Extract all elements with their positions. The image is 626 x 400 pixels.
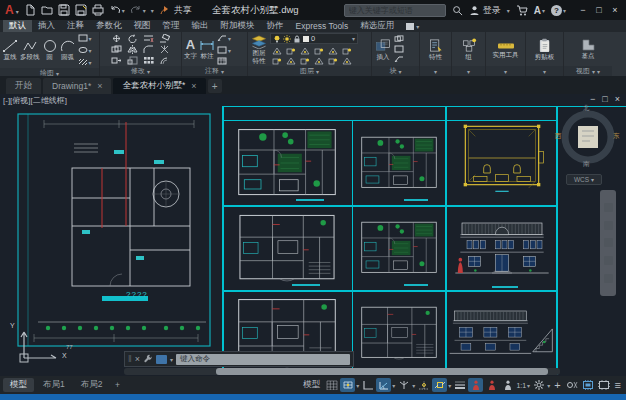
layer-tool-button[interactable] [328,47,338,55]
signin-button[interactable]: 登录 [469,4,501,17]
arc-button[interactable]: 圆弧 [60,39,76,61]
app-store-button[interactable] [516,4,528,16]
table-button[interactable] [217,57,231,65]
wcs-selector[interactable]: WCS [566,174,602,185]
customization-plus-button[interactable]: + [551,379,563,391]
annotation-scale-button[interactable] [500,378,515,392]
measure-button[interactable]: 实用工具 [493,40,519,59]
search-icon[interactable] [452,5,463,16]
create-block-button[interactable] [394,35,404,43]
panel-label-groups[interactable] [452,66,485,76]
tab-start[interactable]: 开始 [6,78,41,94]
panel-label-block[interactable]: 块 [372,66,419,76]
drag-handle[interactable]: ‖ [128,354,132,364]
open-button[interactable] [41,4,53,16]
panel-label-modify[interactable]: 修改 [100,66,181,76]
layer-tool-button[interactable] [300,57,310,65]
isolate-objects-button[interactable] [565,378,580,392]
snap-mode-button[interactable] [340,378,355,392]
ribbon-tab-parametric[interactable]: 参数化 [90,20,128,32]
horizontal-scrollbar[interactable] [124,368,560,375]
trim-button[interactable] [143,34,154,43]
new-layout-button[interactable]: + [111,380,123,390]
line-button[interactable]: 直线 [2,39,18,61]
ribbon-tab-featured-apps[interactable]: 精选应用 [354,20,400,32]
ribbon-tab-manage[interactable]: 管理 [157,20,186,32]
circle-button[interactable]: 圆 [42,39,58,61]
layer-tool-button[interactable] [314,47,324,55]
isometric-drafting-button[interactable] [396,378,411,392]
layer-tool-button[interactable] [314,57,324,65]
nav-orbit-icon[interactable] [604,256,613,265]
layer-tool-button[interactable] [272,57,282,65]
minimize-button[interactable]: − [576,5,590,15]
doc-restore-button[interactable]: □ [602,94,607,104]
close-button[interactable]: × [608,5,622,15]
move-button[interactable] [111,34,122,43]
fillet-button[interactable] [143,45,154,54]
command-history-icon[interactable] [156,355,167,364]
panel-label-properties[interactable] [420,66,451,76]
annotation-scale-value[interactable]: 1:1 [516,382,526,389]
viewcube[interactable]: 北 南 西 东 [559,107,617,167]
navigation-bar[interactable] [600,190,616,296]
plot-button[interactable] [92,4,104,16]
polar-tracking-button[interactable] [376,378,391,392]
graphics-performance-button[interactable] [581,378,596,392]
copy-button[interactable] [111,45,122,54]
dimension-button[interactable]: 标注 [199,38,215,60]
chevron-down-icon[interactable] [527,380,530,390]
help-button[interactable]: ? [551,5,566,16]
viewport-controls[interactable]: [-][俯视][二维线框] [3,95,67,106]
close-icon[interactable] [191,81,196,91]
layer-tool-button[interactable] [286,57,296,65]
ribbon-tab-home[interactable]: 默认 [3,20,32,32]
nav-pan-icon[interactable] [604,221,613,230]
wrench-icon[interactable] [143,354,153,364]
chevron-down-icon[interactable] [392,380,395,390]
layer-properties-button[interactable]: 图层特性 [250,34,268,65]
ribbon-tab-view[interactable]: 视图 [128,20,157,32]
explode-button[interactable] [159,45,170,54]
new-button[interactable] [24,4,36,16]
save-as-button[interactable] [75,4,87,16]
insert-block-button[interactable]: 插入 [374,38,392,61]
close-icon[interactable] [97,81,102,91]
undo-button[interactable] [109,4,125,16]
text-button[interactable]: A文字 [184,38,197,60]
base-point-button[interactable]: 基点 [580,38,596,60]
ribbon-tab-insert[interactable]: 插入 [32,20,61,32]
nav-zoom-icon[interactable] [604,238,613,247]
autodesk-account-button[interactable]: A [534,5,545,16]
properties-button[interactable]: 特性 [428,38,444,61]
ribbon-tab-output[interactable]: 输出 [186,20,215,32]
tab-layout1[interactable]: 布局1 [36,378,72,392]
qat-dropdown[interactable] [151,5,154,15]
new-drawing-button[interactable]: + [208,79,222,93]
layer-tool-button[interactable] [272,47,282,55]
erase-button[interactable] [159,34,170,43]
ribbon-tab-express-tools[interactable]: Express Tools [290,20,355,32]
customization-menu-button[interactable]: ≡ [613,379,623,391]
tab-current-drawing[interactable]: 全套农村小别墅* [113,78,205,94]
nav-motion-icon[interactable] [604,274,613,283]
doc-close-button[interactable]: × [615,94,620,104]
command-input[interactable]: 键入命令 [176,354,350,365]
rectangle-button[interactable] [78,33,92,43]
scrollbar-thumb[interactable] [216,368,548,375]
tab-model[interactable]: 模型 [3,378,34,392]
ribbon-tab-addins[interactable]: 附加模块 [215,20,261,32]
paste-button[interactable]: 剪贴板 [535,38,555,61]
chevron-down-icon[interactable] [448,380,451,390]
block-attributes-button[interactable] [394,55,404,63]
nav-wheel-icon[interactable] [604,203,613,212]
layer-dropdown[interactable]: 0 [270,33,358,44]
chevron-down-icon[interactable] [356,380,359,390]
panel-label-clipboard[interactable] [526,66,563,76]
app-menu-button[interactable]: A [5,4,19,16]
maximize-button[interactable]: □ [592,5,606,15]
panel-label-view[interactable]: 视图 [564,66,612,76]
tab-drawing1[interactable]: Drawing1* [43,78,111,94]
edit-block-button[interactable] [394,45,404,53]
chevron-down-icon[interactable] [507,5,510,15]
